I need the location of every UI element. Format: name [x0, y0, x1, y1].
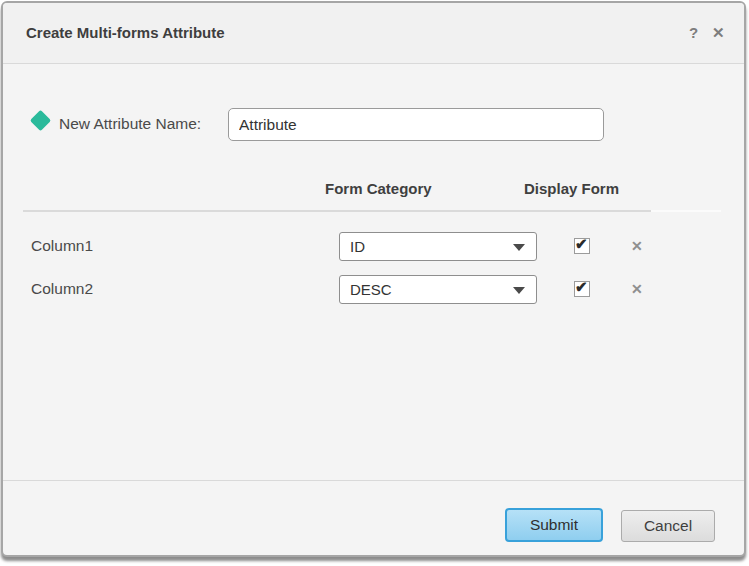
chevron-down-icon — [513, 287, 525, 294]
create-multiforms-attribute-dialog: Create Multi-forms Attribute ? ✕ New Att… — [1, 1, 746, 557]
cancel-button[interactable]: Cancel — [621, 510, 715, 542]
form-category-dropdown-column1[interactable]: ID — [339, 232, 537, 261]
row-label-column1: Column1 — [31, 237, 93, 255]
new-attribute-name-input[interactable] — [228, 108, 604, 141]
close-icon[interactable]: ✕ — [712, 24, 725, 42]
dropdown-selected-value: DESC — [350, 281, 392, 298]
delete-row-icon-column1[interactable]: ✕ — [631, 238, 643, 254]
footer-separator — [3, 480, 744, 481]
display-form-header: Display Form — [524, 180, 619, 197]
display-form-checkbox-column2[interactable]: ✔ — [574, 281, 590, 297]
form-category-header: Form Category — [325, 180, 432, 197]
display-form-checkbox-column1[interactable]: ✔ — [574, 238, 590, 254]
new-attribute-name-label: New Attribute Name: — [59, 115, 201, 133]
delete-row-icon-column2[interactable]: ✕ — [631, 281, 643, 297]
help-icon[interactable]: ? — [689, 24, 698, 42]
dialog-titlebar: Create Multi-forms Attribute ? ✕ — [3, 3, 744, 64]
header-separator — [23, 210, 651, 212]
header-separator-light — [651, 210, 721, 212]
form-category-dropdown-column2[interactable]: DESC — [339, 275, 537, 304]
checkmark-icon: ✔ — [575, 235, 588, 253]
chevron-down-icon — [513, 244, 525, 251]
dropdown-selected-value: ID — [350, 238, 365, 255]
row-label-column2: Column2 — [31, 280, 93, 298]
checkmark-icon: ✔ — [575, 278, 588, 296]
submit-button[interactable]: Submit — [505, 508, 603, 542]
dialog-title: Create Multi-forms Attribute — [26, 24, 225, 41]
diamond-bullet-icon — [30, 110, 51, 131]
